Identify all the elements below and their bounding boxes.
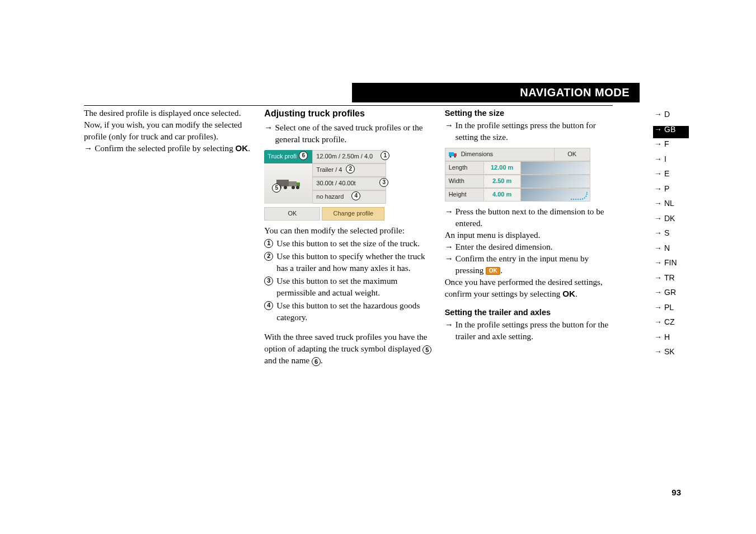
t: GR [664,288,676,297]
num-5-icon: 5 [422,345,431,354]
truck-small-icon [449,151,458,158]
arrow-icon: → [654,199,662,208]
arrow-icon: → [84,143,92,154]
ok-pill-icon: OK [486,267,500,275]
screenshot-dimensions: Dimensions OK Length 12.00 m Width 2.50 … [445,148,590,202]
header-rule [84,105,613,106]
num-1-icon: 1 [264,239,273,248]
col2-item-3-text: Use this button to set the maximum permi… [276,275,432,299]
num-4-icon: 4 [264,301,273,310]
t: CZ [664,317,675,326]
callout-3: 3 [379,178,388,187]
sidebar-item: →SK [654,347,687,356]
t: FIN [664,258,677,267]
sidebar-item: →TR [654,273,687,282]
sidebar-item: →NL [654,199,687,208]
column-1: The desired profile is displayed once se… [84,107,252,367]
screenshot-truck-profile: Truck profi 12.00m / 2.50m / 4.0 [264,150,386,221]
sidebar-item: →P [654,184,687,193]
svg-point-9 [449,156,451,157]
col3-step-1: → In the profile settings press the butt… [445,120,613,143]
col3-step-1-text: In the profile settings press the button… [456,120,613,143]
col3-input-menu: An input menu is displayed. [445,229,613,241]
column-2: Adjusting truck profiles → Select one of… [264,107,432,367]
t: . [321,355,323,365]
t: E [664,169,669,178]
col3-heading-trailer: Setting the trailer and axles [445,307,613,318]
arrow-icon: → [654,125,662,134]
svg-rect-8 [454,153,457,156]
col3-step-5: → In the profile settings press the butt… [445,319,613,343]
col2-item-2-text: Use this button to specify whether the t… [276,251,432,274]
sidebar-item: →I [654,154,687,163]
col1-p2: Now, if you wish, you can modify the sel… [84,119,252,143]
page-header: NAVIGATION MODE →→→ [352,83,689,102]
header-arrows-icon: →→→ [640,83,689,102]
profile-weight-cell: 30.00t / 40.00t [312,177,386,190]
arrow-icon: → [445,206,453,229]
profile-truck-image [264,163,312,204]
arrow-icon: → [445,319,453,343]
t: Dimensions [461,150,493,158]
col2-item-4: 4 Use this button to set the hazardous g… [264,300,432,324]
t: . [248,143,250,153]
t: Confirm the entry in the input menu by p… [456,254,589,275]
content-columns: The desired profile is displayed once se… [84,107,613,367]
sidebar-item: →D [654,110,687,119]
sidebar-item-active: →GB [654,125,687,134]
profile-change-button: Change profile [322,207,384,221]
arrow-icon: → [264,122,273,146]
t: Confirm the selected profile by selectin… [95,143,235,153]
col2-step-select: → Select one of the saved truck profiles… [264,122,432,146]
t: SK [664,347,675,356]
col2-option-paragraph: With the three saved truck profiles you … [264,331,432,367]
svg-point-4 [284,186,287,189]
col3-step-2-text: Press the button next to the dimension t… [456,206,613,229]
dim-row-value: 2.50 m [484,175,521,188]
t: Truck profi [267,152,297,161]
dim-ok-button: OK [555,148,590,161]
t: . [575,289,577,298]
arrow-icon: → [445,253,453,277]
arrow-icon: → [654,154,662,163]
arrow-icon: → [654,110,662,119]
col2-item-1: 1 Use this button to set the size of the… [264,238,432,250]
arrow-icon: → [654,214,662,223]
callout-1: 1 [381,151,389,160]
dim-row-value: 4.00 m [484,188,521,202]
col3-step-3-text: Enter the desired dimension. [456,241,613,253]
sidebar-item: →FIN [654,258,687,267]
dim-row-label: Length [445,161,484,175]
sidebar-item: →DK [654,214,687,223]
col1-step-confirm-text: Confirm the selected profile by selectin… [95,143,252,154]
col3-once-paragraph: Once you have performed the desired sett… [445,277,613,300]
t: D [664,110,670,119]
col2-item-3: 3 Use this button to set the maximum per… [264,275,432,299]
arrow-icon: → [654,317,662,326]
arrow-icon: → [654,303,662,312]
col3-step-4-text: Confirm the entry in the input menu by p… [456,253,613,277]
svg-rect-1 [289,181,297,186]
t: I [664,154,666,163]
t: S [664,228,669,237]
col2-heading: Adjusting truck profiles [264,107,432,120]
sidebar-item: →F [654,139,687,148]
ok-word: OK [236,143,248,153]
t: and the name [264,355,312,365]
svg-rect-7 [449,152,454,156]
arrow-icon: → [445,120,453,143]
arrow-icon: → [654,184,662,193]
t: H [664,332,670,341]
num-3-icon: 3 [264,277,273,285]
t: N [664,243,670,252]
num-2-icon: 2 [264,252,273,261]
t: PL [664,303,674,312]
svg-point-6 [296,186,299,189]
col2-item-1-text: Use this button to set the size of the t… [276,238,420,250]
t: . [500,265,503,275]
arrow-icon: → [654,258,662,267]
arrow-icon: → [654,243,662,252]
t: GB [664,125,675,134]
arrow-icon: → [654,332,662,341]
arrow-icon: → [654,139,662,148]
